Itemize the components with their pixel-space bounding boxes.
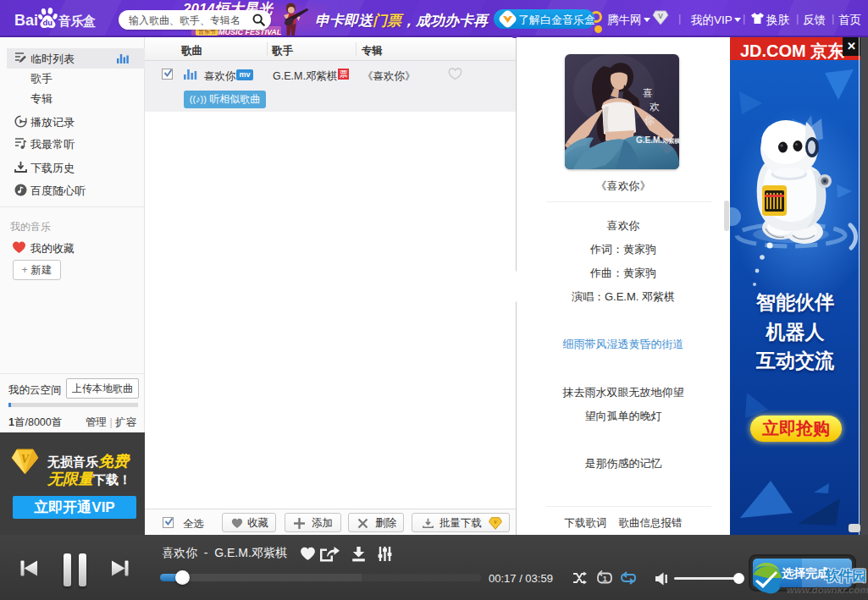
svg-text:喜: 喜: [643, 87, 653, 99]
svg-text:你: 你: [644, 114, 655, 126]
svg-text:1: 1: [603, 575, 607, 583]
svg-text:V: V: [658, 12, 663, 20]
svg-text:欢: 欢: [650, 101, 660, 113]
svg-text:du: du: [43, 18, 53, 27]
